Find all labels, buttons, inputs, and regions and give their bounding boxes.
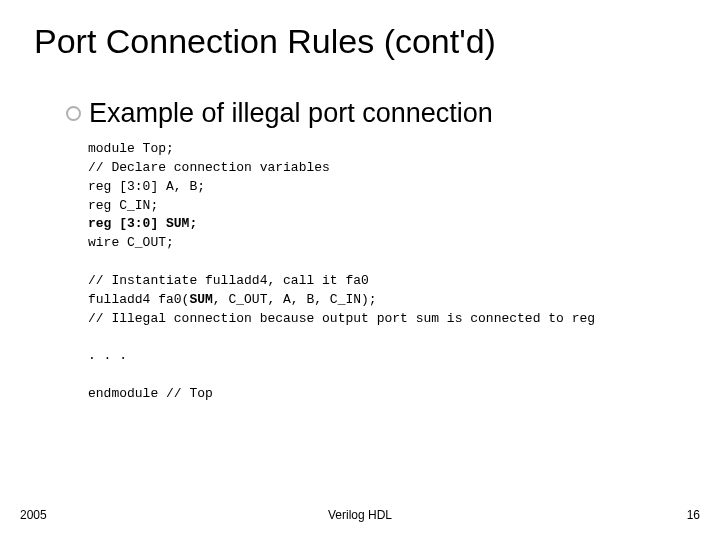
code-line: // Instantiate fulladd4, call it fa0 <box>88 273 369 288</box>
code-bold: SUM <box>189 292 212 307</box>
code-line: // Illegal connection because output por… <box>88 311 595 326</box>
footer-center: Verilog HDL <box>0 508 720 522</box>
bullet-icon <box>66 106 81 121</box>
code-line: . . . <box>88 348 127 363</box>
code-line-bold: reg [3:0] SUM; <box>88 216 197 231</box>
bullet-text: Example of illegal port connection <box>89 98 493 129</box>
code-line: module Top; <box>88 141 174 156</box>
code-line: // Declare connection variables <box>88 160 330 175</box>
code-line: reg [3:0] A, B; <box>88 179 205 194</box>
code-line: fulladd4 fa0( <box>88 292 189 307</box>
footer-page: 16 <box>687 508 700 522</box>
code-line: endmodule // Top <box>88 386 213 401</box>
code-line: reg C_IN; <box>88 198 158 213</box>
slide: Port Connection Rules (cont'd) Example o… <box>0 0 720 540</box>
code-block: module Top; // Declare connection variab… <box>88 140 595 404</box>
code-line: wire C_OUT; <box>88 235 174 250</box>
bullet-row: Example of illegal port connection <box>66 98 493 129</box>
slide-title: Port Connection Rules (cont'd) <box>34 22 496 61</box>
code-line: , C_OUT, A, B, C_IN); <box>213 292 377 307</box>
